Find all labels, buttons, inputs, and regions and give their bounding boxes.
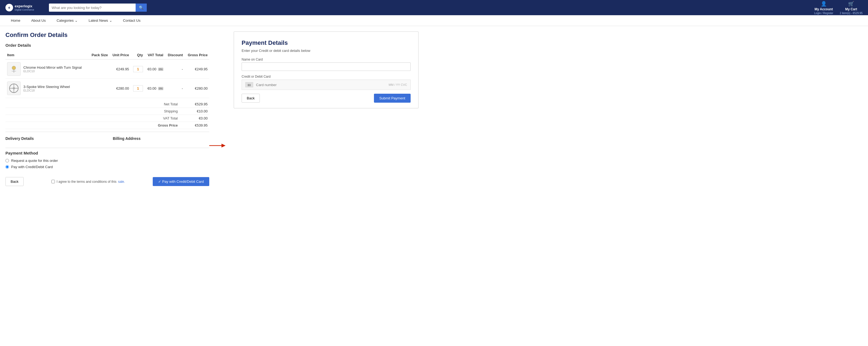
card-label: Credit or Debit Card bbox=[242, 75, 411, 78]
submit-payment-button[interactable]: Submit Payment bbox=[374, 94, 411, 103]
svg-point-0 bbox=[12, 66, 16, 70]
table-row: Chrome Hood Mirror with Turn Signal ELDC… bbox=[5, 60, 209, 79]
header: e experlogix Digital Commerce 🔍 👤 My Acc… bbox=[0, 0, 868, 15]
pack-size-2 bbox=[89, 79, 110, 98]
col-item: Item bbox=[5, 51, 89, 60]
radio-card-input[interactable] bbox=[5, 165, 9, 169]
gross-total-row: Gross Price €539.95 bbox=[5, 122, 209, 129]
card-row: ▮▮ MM / YY CVC bbox=[242, 80, 411, 90]
col-pack-size: Pack Size bbox=[89, 51, 110, 60]
search-input[interactable] bbox=[49, 4, 135, 12]
discount-2: - bbox=[165, 79, 185, 98]
col-gross-price: Gross Price bbox=[185, 51, 209, 60]
page-title: Confirm Order Details bbox=[5, 32, 209, 38]
logo[interactable]: e experlogix Digital Commerce bbox=[5, 4, 43, 11]
nav-about[interactable]: About Us bbox=[26, 15, 51, 26]
pay-button[interactable]: ✓ Pay with Credit/Debit Card bbox=[153, 177, 209, 186]
card-number-input[interactable] bbox=[256, 83, 386, 87]
product-image-2 bbox=[7, 82, 21, 95]
nav-latest-news[interactable]: Latest News ⌄ bbox=[83, 15, 118, 26]
product-sku-1: ELDC10 bbox=[23, 69, 82, 73]
logo-text: experlogix Digital Commerce bbox=[15, 4, 34, 11]
back-button[interactable]: Back bbox=[5, 177, 24, 186]
svg-marker-10 bbox=[221, 144, 225, 148]
order-details-title: Order Details bbox=[5, 43, 209, 48]
radio-quote-input[interactable] bbox=[5, 159, 9, 162]
product-name-1: Chrome Hood Mirror with Turn Signal bbox=[23, 65, 82, 69]
terms-text: I agree to the terms and conditions of t… bbox=[57, 180, 116, 184]
qty-input-2[interactable] bbox=[133, 85, 143, 92]
card-brand-icon: ▮▮ bbox=[245, 82, 253, 88]
account-icon: 👤 bbox=[821, 1, 827, 7]
product-cell-1: Chrome Hood Mirror with Turn Signal ELDC… bbox=[5, 60, 89, 79]
name-on-card-input[interactable] bbox=[242, 62, 411, 71]
col-vat-total: VAT Total bbox=[145, 51, 165, 60]
payment-details-title: Payment Details bbox=[242, 39, 411, 46]
payment-method-section: Payment Method Request a quote for this … bbox=[5, 148, 209, 169]
pack-size-1 bbox=[89, 60, 110, 79]
unit-price-2: €280.00 bbox=[110, 79, 131, 98]
vat-total-1: €0.00 0% bbox=[145, 60, 165, 79]
nav-categories[interactable]: Categories ⌄ bbox=[51, 15, 83, 26]
vat-total-2: €0.00 0% bbox=[145, 79, 165, 98]
col-discount: Discount bbox=[165, 51, 185, 60]
name-on-card-label: Name on Card bbox=[242, 58, 411, 61]
logo-icon: e bbox=[5, 4, 13, 11]
nav-home[interactable]: Home bbox=[5, 15, 26, 26]
payment-back-button[interactable]: Back bbox=[242, 94, 260, 103]
net-total-row: Net Total €529.95 bbox=[5, 101, 209, 108]
discount-1: - bbox=[165, 60, 185, 79]
vat-badge-2: 0% bbox=[158, 87, 163, 90]
gross-price-2: €280.00 bbox=[185, 79, 209, 98]
product-image-1 bbox=[7, 62, 21, 76]
arrow-decoration bbox=[209, 32, 225, 151]
vat-total-row: VAT Total €0.00 bbox=[5, 115, 209, 122]
radio-card[interactable]: Pay with Credit/Debit Card bbox=[5, 165, 209, 169]
account-button[interactable]: 👤 My Account Login / Register bbox=[814, 1, 833, 15]
payment-details-panel: Payment Details Enter your Credit or deb… bbox=[234, 32, 418, 108]
main-layout: Confirm Order Details Order Details Item… bbox=[0, 26, 868, 191]
product-name-2: 3-Spoke Wire Steering Wheel bbox=[23, 85, 70, 89]
order-table: Item Pack Size Unit Price Qty VAT Total … bbox=[5, 51, 209, 98]
payment-bottom-row: Back Submit Payment bbox=[242, 94, 411, 103]
left-panel: Confirm Order Details Order Details Item… bbox=[5, 32, 209, 186]
nav-contact[interactable]: Contact Us bbox=[118, 15, 146, 26]
qty-2 bbox=[131, 79, 145, 98]
qty-1 bbox=[131, 60, 145, 79]
table-row: 3-Spoke Wire Steering Wheel ELDC18 €280.… bbox=[5, 79, 209, 98]
search-button[interactable]: 🔍 bbox=[135, 3, 147, 12]
cart-icon: 🛒 bbox=[848, 1, 854, 7]
billing-address-label: Billing Address bbox=[113, 136, 209, 141]
payment-method-title: Payment Method bbox=[5, 151, 209, 155]
header-right: 👤 My Account Login / Register 🛒 My Cart … bbox=[814, 1, 863, 15]
vat-badge-1: 0% bbox=[158, 68, 163, 71]
terms-link[interactable]: sale. bbox=[118, 180, 125, 184]
delivery-billing-row: Delivery Details Billing Address bbox=[5, 132, 209, 145]
card-expiry-placeholder: MM / YY CVC bbox=[389, 83, 407, 86]
chevron-down-icon: ⌄ bbox=[109, 19, 112, 23]
chevron-down-icon: ⌄ bbox=[75, 19, 78, 23]
svg-point-4 bbox=[13, 87, 15, 89]
terms-row: I agree to the terms and conditions of t… bbox=[51, 180, 125, 184]
col-qty: Qty bbox=[131, 51, 145, 60]
shipping-row: Shipping €10.00 bbox=[5, 108, 209, 115]
unit-price-1: €249.95 bbox=[110, 60, 131, 79]
cart-button[interactable]: 🛒 My Cart 2 item(s) - €529.95 bbox=[840, 1, 863, 15]
totals-section: Net Total €529.95 Shipping €10.00 VAT To… bbox=[5, 101, 209, 129]
main-nav: Home About Us Categories ⌄ Latest News ⌄… bbox=[0, 15, 868, 26]
radio-quote[interactable]: Request a quote for this order bbox=[5, 159, 209, 163]
product-cell-2: 3-Spoke Wire Steering Wheel ELDC18 bbox=[5, 79, 89, 98]
bottom-row: Back I agree to the terms and conditions… bbox=[5, 175, 209, 186]
terms-checkbox[interactable] bbox=[51, 180, 55, 183]
payment-details-subtitle: Enter your Credit or debit card details … bbox=[242, 49, 411, 53]
qty-input-1[interactable] bbox=[133, 66, 143, 72]
col-unit-price: Unit Price bbox=[110, 51, 131, 60]
search-bar: 🔍 bbox=[49, 3, 147, 12]
gross-price-1: €249.95 bbox=[185, 60, 209, 79]
product-sku-2: ELDC18 bbox=[23, 89, 70, 92]
delivery-details-label: Delivery Details bbox=[5, 136, 102, 141]
